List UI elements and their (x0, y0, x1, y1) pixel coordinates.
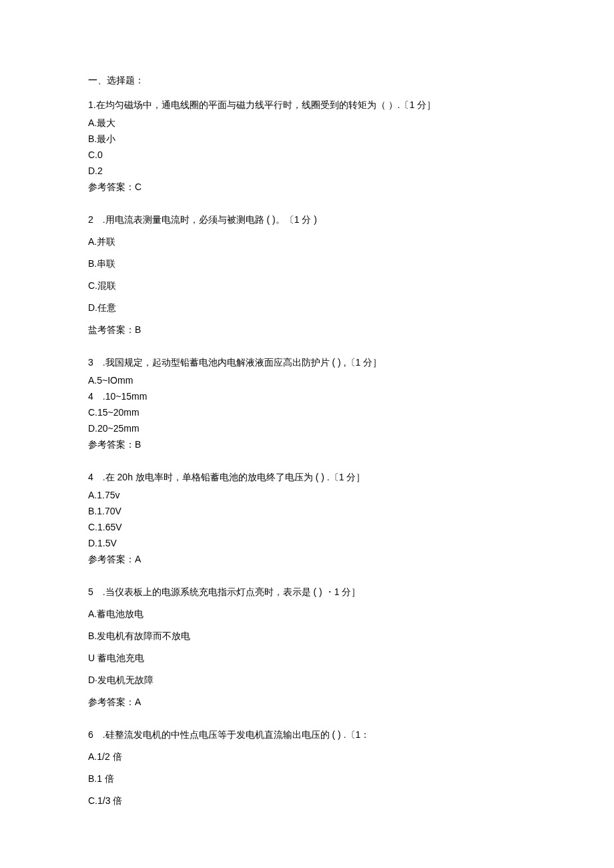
question-stem: 6 .硅整流发电机的中性点电压等于发电机直流输出电压的 ( ) .〔1： (88, 728, 534, 742)
option-a: A.并联 (88, 235, 534, 249)
option-d: D·发电机无故障 (88, 673, 534, 687)
option-a: A.1/2 倍 (88, 750, 534, 764)
question-6: 6 .硅整流发电机的中性点电压等于发电机直流输出电压的 ( ) .〔1： A.1… (88, 728, 534, 808)
question-3: 3 .我国规定，起动型铅蓄电池内电解液液面应高出防护片 ( ) ,〔1 分］ A… (88, 356, 534, 452)
option-c: C.1/3 倍 (88, 794, 534, 808)
option-a: A.蓄电池放电 (88, 607, 534, 621)
document-page: 一、选择题： 1.在均匀磁场中，通电线圈的平面与磁力线平行时，线圈受到的转矩为（… (0, 0, 614, 867)
option-b: B.1 倍 (88, 772, 534, 786)
section-heading: 一、选择题： (88, 73, 534, 87)
answer-line: 盐考答案：B (88, 323, 534, 337)
option-d: D.2 (88, 164, 534, 178)
question-stem: 2 .用电流表测量电流时，必须与被测电路 ( )。〔1 分 ) (88, 213, 534, 227)
question-4: 4 .在 20h 放电率时，单格铅蓄电池的放电终了电压为 ( ) .〔1 分］ … (88, 470, 534, 566)
option-c: U 蓄电池充电 (88, 651, 534, 665)
option-c: C.1.65V (88, 520, 534, 534)
option-d: D.任意 (88, 301, 534, 315)
option-b: B.1.70V (88, 504, 534, 518)
answer-line: 参考答案：C (88, 180, 534, 194)
answer-line: 参考答案：A (88, 695, 534, 709)
option-c: C.混联 (88, 279, 534, 293)
option-b: B.串联 (88, 257, 534, 271)
question-stem: 4 .在 20h 放电率时，单格铅蓄电池的放电终了电压为 ( ) .〔1 分］ (88, 470, 534, 484)
question-2: 2 .用电流表测量电流时，必须与被测电路 ( )。〔1 分 ) A.并联 B.串… (88, 213, 534, 337)
option-c: C.0 (88, 148, 534, 162)
question-stem: 1.在均匀磁场中，通电线圈的平面与磁力线平行时，线圈受到的转矩为（ ）.〔1 分… (88, 98, 534, 112)
option-d: D.1.5V (88, 536, 534, 550)
option-b: B.最小 (88, 132, 534, 146)
question-stem: 3 .我国规定，起动型铅蓄电池内电解液液面应高出防护片 ( ) ,〔1 分］ (88, 356, 534, 370)
option-a: A.5~IOmm (88, 374, 534, 388)
question-stem: 5 .当仪表板上的电源系统充电指示灯点亮时，表示是 ( ) ・1 分］ (88, 585, 534, 599)
answer-line: 参考答案：B (88, 438, 534, 452)
question-5: 5 .当仪表板上的电源系统充电指示灯点亮时，表示是 ( ) ・1 分］ A.蓄电… (88, 585, 534, 709)
option-a: A.1.75v (88, 488, 534, 502)
option-d: D.20~25mm (88, 422, 534, 436)
option-b: 4 .10~15mm (88, 390, 534, 404)
option-c: C.15~20mm (88, 406, 534, 420)
question-1: 1.在均匀磁场中，通电线圈的平面与磁力线平行时，线圈受到的转矩为（ ）.〔1 分… (88, 98, 534, 194)
option-a: A.最大 (88, 116, 534, 130)
option-b: B.发电机有故障而不放电 (88, 629, 534, 643)
answer-line: 参考答案：A (88, 552, 534, 566)
